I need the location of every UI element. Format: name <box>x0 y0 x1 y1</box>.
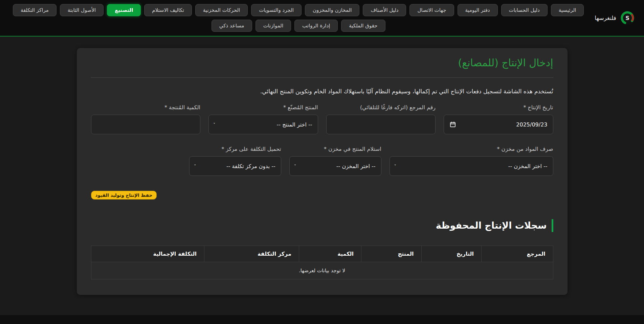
table-empty-row: لا توجد بيانات لعرضها. <box>91 262 553 279</box>
receive-warehouse-label: استلام المنتج في مخزن * <box>289 146 381 152</box>
form-actions: حفظ الإنتاج وتوليد القيود <box>91 191 553 200</box>
main-nav: الرئيسية دليل الحسابات دفتر اليومية جهات… <box>9 4 588 32</box>
product-field-group: المنتج المُصنّع * -- اختر المنتج -- ˅ <box>208 104 318 134</box>
calendar-icon[interactable] <box>449 121 456 128</box>
column-header-reference: المرجع <box>481 246 553 262</box>
page-title: إدخال الإنتاج (للمصانع) <box>91 57 553 69</box>
nav-item-ai-assistant[interactable]: مساعد ذكي <box>212 20 252 32</box>
nav-item-payroll[interactable]: إدارة الرواتب <box>294 20 338 32</box>
product-label: المنتج المُصنّع * <box>208 104 318 111</box>
issue-warehouse-label: صرف المواد من مخزن * <box>390 146 553 152</box>
nav-item-stock-movements[interactable]: الحركات المخزنية <box>195 4 248 16</box>
production-entry-card: إدخال الإنتاج (للمصانع) تُستخدم هذه الشا… <box>77 48 568 295</box>
nav-item-fixed-assets[interactable]: الأصول الثابتة <box>60 4 104 16</box>
nav-item-manufacturing[interactable]: التصنيع <box>107 4 141 16</box>
receive-warehouse-field-group: استلام المنتج في مخزن * -- اختر المخزن -… <box>289 146 381 176</box>
reference-input[interactable] <box>326 115 436 134</box>
production-date-label: تاريخ الإنتاج * <box>444 104 553 111</box>
table-header-row: المرجع التاريخ المنتج الكمية مركز التكلف… <box>91 246 553 262</box>
receive-warehouse-select[interactable]: -- اختر المخزن -- <box>289 156 381 176</box>
main-content: إدخال الإنتاج (للمصانع) تُستخدم هذه الشا… <box>0 37 644 315</box>
top-header: S فلنغرسها الرئيسية دليل الحسابات دفتر ا… <box>0 0 644 37</box>
footer-bar <box>0 315 644 324</box>
column-header-quantity: الكمية <box>299 246 361 262</box>
nav-item-journal[interactable]: دفتر اليومية <box>458 4 498 16</box>
saved-records-title: سجلات الإنتاج المحفوظة <box>91 219 553 232</box>
brand-logo-icon: S <box>620 10 635 26</box>
production-date-field-group: تاريخ الإنتاج * 2025/09/23 <box>444 104 553 134</box>
brand-name: فلنغرسها <box>595 15 616 21</box>
quantity-label: الكمية المُنتجة * <box>91 104 201 111</box>
nav-item-cost-centers[interactable]: مراكز التكلفة <box>13 4 57 16</box>
reference-field-group: رقم المرجع (اتركه فارغًا للتلقائي) <box>326 104 436 134</box>
nav-item-budgets[interactable]: الموازنات <box>256 20 291 32</box>
production-records-table: المرجع التاريخ المنتج الكمية مركز التكلف… <box>91 246 553 279</box>
nav-item-warehouses-inventory[interactable]: المخازن والمخزون <box>305 4 360 16</box>
reference-label: رقم المرجع (اتركه فارغًا للتلقائي) <box>326 104 436 111</box>
empty-state-message: لا توجد بيانات لعرضها. <box>91 262 553 279</box>
title-divider <box>91 77 553 78</box>
production-date-value: 2025/09/23 <box>516 121 547 128</box>
svg-text:S: S <box>625 15 629 21</box>
column-header-total-cost: التكلفة الإجمالية <box>91 246 204 262</box>
production-date-input[interactable]: 2025/09/23 <box>444 115 553 134</box>
column-header-cost-center: مركز التكلفة <box>204 246 299 262</box>
brand: S فلنغرسها <box>595 10 635 26</box>
form-row-2: صرف المواد من مخزن * -- اختر المخزن -- ˅… <box>91 146 553 176</box>
screen-description: تُستخدم هذه الشاشة لتسجيل دفعات الإنتاج … <box>91 88 553 95</box>
form-row-1: تاريخ الإنتاج * 2025/09/23 رقم المرجع (ا… <box>91 104 553 134</box>
column-header-date: التاريخ <box>421 246 481 262</box>
nav-item-stocktaking-adjustments[interactable]: الجرد والتسويات <box>251 4 302 16</box>
empty-grid-cell <box>91 146 181 176</box>
nav-item-landed-costs[interactable]: تكاليف الاستلام <box>144 4 192 16</box>
cost-center-label: تحميل التكلفة على مركز * <box>189 146 281 152</box>
issue-warehouse-select[interactable]: -- اختر المخزن -- <box>390 156 553 176</box>
nav-item-items-guide[interactable]: دليل الأصناف <box>363 4 406 16</box>
cost-center-select[interactable]: -- بدون مركز تكلفة -- <box>189 156 281 176</box>
product-select[interactable]: -- اختر المنتج -- <box>208 115 318 134</box>
nav-item-home[interactable]: الرئيسية <box>551 4 584 16</box>
issue-warehouse-field-group: صرف المواد من مخزن * -- اختر المخزن -- ˅ <box>390 146 553 176</box>
save-production-button[interactable]: حفظ الإنتاج وتوليد القيود <box>91 191 157 200</box>
quantity-input[interactable] <box>91 115 201 134</box>
cost-center-field-group: تحميل التكلفة على مركز * -- بدون مركز تك… <box>189 146 281 176</box>
nav-item-contacts[interactable]: جهات الاتصال <box>409 4 454 16</box>
quantity-field-group: الكمية المُنتجة * <box>91 104 201 134</box>
nav-item-equity[interactable]: حقوق الملكية <box>341 20 385 32</box>
nav-item-chart-of-accounts[interactable]: دليل الحسابات <box>501 4 548 16</box>
column-header-product: المنتج <box>361 246 421 262</box>
